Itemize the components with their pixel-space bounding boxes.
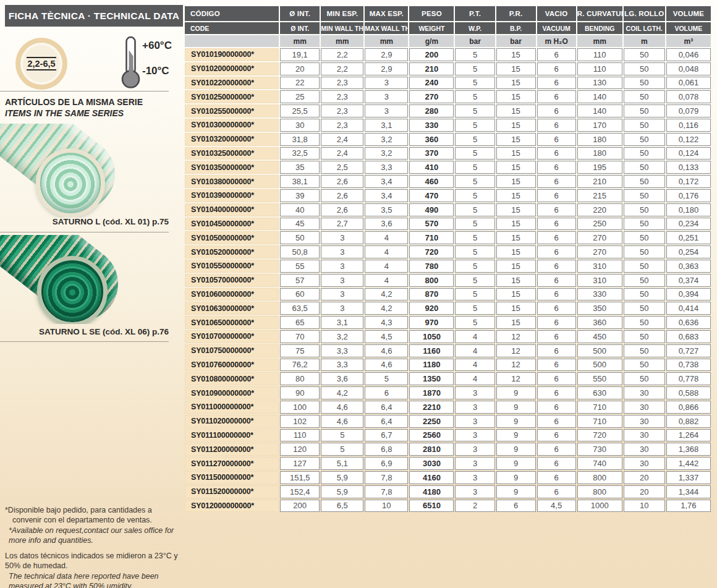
column-header-es: LG. ROLLO	[624, 6, 665, 21]
cell-value: 360	[409, 133, 454, 146]
cell-product-code: SY010400000000*	[185, 203, 279, 216]
cell-value: 3,1	[365, 119, 408, 132]
cell-product-code: SY010200000000*	[185, 62, 279, 75]
table-row: SY010600000000*6034,28705156330500,394	[185, 288, 711, 301]
table-head: CÓDIGOØ INT.MIN ESP.MAX ESP.PESOP.T.P.R.…	[185, 6, 711, 47]
column-header-en: B.P.	[496, 22, 536, 34]
cell-value: 1870	[409, 386, 454, 399]
cell-value: 15	[496, 175, 536, 188]
cell-value: 3,2	[365, 147, 408, 160]
table-row: SY010800000000*803,6513504126550500,778	[185, 372, 711, 385]
cell-value: 0,636	[666, 316, 711, 329]
cell-product-code: SY010300000000*	[185, 119, 279, 132]
cell-product-code: SY011520000000*	[185, 485, 279, 498]
cell-product-code: SY010520000000*	[185, 245, 279, 258]
cell-value: 3	[455, 386, 494, 399]
cell-product-code: SY010190000000*	[185, 48, 279, 61]
table-row: SY010390000000*392,63,44705156215500,176	[185, 189, 711, 202]
cell-value: 50	[624, 90, 665, 103]
cell-value: 6	[537, 415, 576, 428]
table-container: CÓDIGOØ INT.MIN ESP.MAX ESP.PESOP.T.P.R.…	[184, 5, 712, 513]
cell-value: 250	[577, 218, 622, 231]
cell-product-code: SY010450000000*	[185, 218, 279, 231]
cell-value: 50	[624, 316, 665, 329]
cell-value: 6	[537, 260, 576, 273]
cell-value: 50	[624, 218, 665, 231]
cell-value: 3	[455, 471, 494, 484]
cell-value: 4,6	[365, 344, 408, 357]
cell-value: 6	[537, 218, 576, 231]
cell-value: 1,337	[666, 471, 711, 484]
cell-value: 310	[577, 260, 622, 273]
cell-value: 1160	[409, 344, 454, 357]
cell-value: 0,778	[666, 372, 711, 385]
cell-value: 920	[409, 302, 454, 315]
cell-value: 0,727	[666, 344, 711, 357]
cell-value: 152,4	[280, 485, 320, 498]
cell-value: 50	[624, 104, 665, 117]
cell-value: 50	[624, 274, 665, 287]
cell-value: 3	[321, 260, 363, 273]
cell-value: 800	[409, 274, 454, 287]
cell-value: 65	[280, 316, 320, 329]
cell-value: 4180	[409, 485, 454, 498]
cell-value: 6	[537, 471, 576, 484]
cell-value: 0,122	[666, 133, 711, 146]
cell-value: 9	[496, 457, 536, 470]
cell-value: 6,4	[365, 415, 408, 428]
cell-value: 350	[577, 302, 622, 315]
series-title-es: ARTÍCULOS DE LA MISMA SERIE	[5, 97, 143, 108]
cell-value: 330	[577, 288, 622, 301]
page-title: FICHA TÈCNICA · TECHNICAL DATA	[5, 5, 183, 27]
cell-product-code: SY010760000000*	[185, 359, 279, 372]
cell-value: 6	[537, 175, 576, 188]
table-row: SY010200000000*202,22,92105156110500,048	[185, 62, 711, 75]
cell-value: 15	[496, 77, 536, 90]
cell-value: 20	[624, 471, 665, 484]
cell-value: 3	[321, 288, 363, 301]
sidebar: FICHA TÈCNICA · TECHNICAL DATA 2,2-6,5 +…	[0, 0, 183, 588]
cell-value: 4,6	[321, 401, 363, 414]
unit-label: g/m	[409, 35, 454, 47]
cell-value: 4	[455, 372, 494, 385]
cell-value: 50	[624, 330, 665, 343]
cell-value: 6	[537, 161, 576, 174]
cell-value: 5	[455, 274, 494, 287]
table-row: SY010380000000*38,12,63,44605156210500,1…	[185, 175, 711, 188]
cell-value: 25,5	[280, 104, 320, 117]
column-header-en: W.P.	[455, 22, 494, 34]
cell-value: 30	[624, 386, 665, 399]
cell-value: 0,683	[666, 330, 711, 343]
cell-value: 0,254	[666, 245, 711, 258]
footnote-conditions-en: The technical data here reported have be…	[5, 571, 178, 588]
cell-value: 50	[280, 231, 320, 244]
cell-value: 2810	[409, 443, 454, 456]
cell-value: 2560	[409, 429, 454, 442]
cell-value: 2210	[409, 401, 454, 414]
column-header-en: VOLUME	[666, 22, 711, 34]
cell-value: 3,3	[365, 161, 408, 174]
cell-product-code: SY010750000000*	[185, 344, 279, 357]
cell-value: 50	[624, 147, 665, 160]
unit-label: m	[624, 35, 665, 47]
table-row: SY010320000000*31,82,43,23605156180500,1…	[185, 133, 711, 146]
cell-value: 6,7	[365, 429, 408, 442]
footnotes: *Disponible bajo pedido, para cantidades…	[5, 505, 178, 588]
cell-value: 5,9	[321, 485, 363, 498]
cell-product-code: SY010630000000*	[185, 302, 279, 315]
column-header-es: MIN ESP.	[321, 6, 363, 21]
cell-value: 6	[537, 288, 576, 301]
cell-value: 90	[280, 386, 320, 399]
cell-value: 6	[365, 386, 408, 399]
cell-value: 5	[321, 429, 363, 442]
cell-value: 120	[280, 443, 320, 456]
cell-value: 1,442	[666, 457, 711, 470]
cell-value: 50	[624, 189, 665, 202]
table-row: SY010700000000*703,24,510504126450500,68…	[185, 330, 711, 343]
cell-value: 6	[537, 457, 576, 470]
cell-value: 4,2	[365, 302, 408, 315]
cell-value: 6	[537, 443, 576, 456]
product-image-saturno-l-se	[0, 235, 173, 324]
table-body: SY010190000000*19,12,22,92005156110500,0…	[185, 48, 711, 512]
cell-value: 50	[624, 203, 665, 216]
